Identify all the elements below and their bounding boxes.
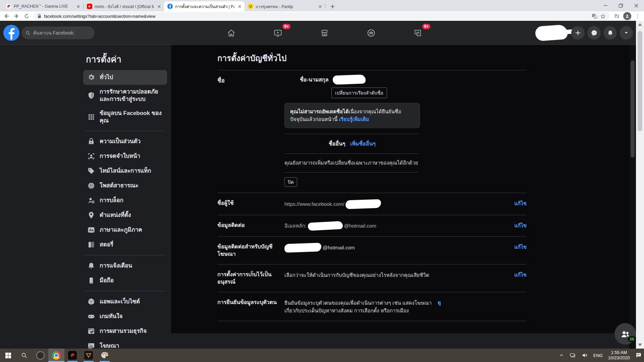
tab-pantip[interactable]: บางขุนพรหม - Pantip: [245, 1, 325, 11]
taskbar-gauge-app[interactable]: [32, 349, 48, 362]
reorder-name-button[interactable]: เปลี่ยนการเรียงลำดับชื่อ: [331, 87, 387, 98]
sidebar-item-label: การรักษาความปลอดภัยและการเข้าสู่ระบบ: [100, 88, 165, 103]
translate-icon[interactable]: [592, 13, 597, 19]
browser-profile-avatar[interactable]: [623, 12, 631, 20]
tab-close-icon[interactable]: [156, 4, 162, 9]
tab-close-icon[interactable]: [75, 4, 81, 9]
tab-facebook-settings[interactable]: การตั้งค่าและความเป็นส่วนตัว | Facebo: [164, 1, 245, 11]
sidebar-item-label: มือถือ: [100, 277, 114, 284]
sidebar-item-public-posts[interactable]: โพสต์สาธารณะ: [83, 178, 167, 193]
sidebar-item-face-recognition[interactable]: การจดจำใบหน้า: [83, 149, 167, 164]
edit-link[interactable]: แก้ไข: [514, 243, 527, 251]
speaker-icon[interactable]: [581, 352, 588, 358]
memorialization-description: เลือกว่าจะให้ดำเนินการกับบัญชีของคุณอย่า…: [284, 271, 510, 279]
edit-link[interactable]: แก้ไข: [514, 222, 527, 230]
tab-watch[interactable]: 9+: [255, 21, 301, 45]
redaction-scribble: [345, 199, 381, 209]
browser-toolbar: facebook.com/settings?tab=account&sectio…: [0, 11, 644, 21]
sidebar-item-mobile[interactable]: มือถือ: [83, 273, 167, 288]
scroll-down-arrow-icon[interactable]: [638, 344, 642, 346]
sidebar-item-instant-games[interactable]: เกมทันใจ: [83, 309, 167, 324]
account-chevron-icon[interactable]: [620, 26, 633, 40]
sidebar-item-apps-websites[interactable]: แอพและเว็บไซต์: [83, 294, 167, 309]
create-button[interactable]: [571, 26, 585, 40]
tab-close-icon[interactable]: [237, 4, 243, 9]
messenger-icon[interactable]: [587, 26, 601, 40]
redaction-scribble: [535, 24, 568, 42]
language-indicator[interactable]: ENG: [593, 353, 603, 358]
sidebar-item-label: โพสต์สาธารณะ: [100, 182, 139, 189]
view-link[interactable]: ดู: [438, 299, 441, 307]
page-scrollbar[interactable]: [629, 45, 636, 349]
email-domain: @hotmail.com: [323, 244, 355, 251]
facebook-search[interactable]: [21, 26, 95, 39]
browser-scrollbar[interactable]: [636, 21, 644, 349]
bookmark-star-icon[interactable]: [600, 13, 606, 19]
facebook-logo[interactable]: [3, 25, 19, 41]
row-label: การยืนยันข้อมูลระบุตัวตน: [217, 299, 284, 306]
page-scrollbar-thumb[interactable]: [631, 60, 635, 158]
start-button[interactable]: [0, 349, 16, 362]
learn-more-link[interactable]: เรียนรู้เพิ่มเติม: [339, 116, 369, 122]
reload-button[interactable]: [21, 12, 32, 20]
taskbar-chrome[interactable]: [48, 349, 64, 362]
sidebar-item-blocking[interactable]: การบล็อก: [83, 193, 167, 208]
url-text[interactable]: facebook.com/settings?tab=account&sectio…: [44, 14, 589, 19]
url-bar[interactable]: facebook.com/settings?tab=account&sectio…: [34, 12, 610, 20]
taskbar-clock[interactable]: 1:55 AM 10/23/2020: [608, 350, 630, 361]
name-update-notice: คุณไม่สามารถอัพเดตชื่อได้เนื่องจากคุณได้…: [284, 103, 420, 128]
add-other-names-link[interactable]: เพิ่มชื่ออื่นๆ: [350, 141, 376, 146]
sidebar-item-language-region[interactable]: Aa ภาษาและภูมิภาค: [83, 223, 167, 237]
minimize-button[interactable]: [598, 0, 613, 11]
taskbar-paint[interactable]: [97, 349, 113, 362]
close-window-button[interactable]: [629, 0, 644, 11]
sidebar-item-security[interactable]: การรักษาความปลอดภัยและการเข้าสู่ระบบ: [83, 85, 167, 106]
taskbar-search-button[interactable]: [16, 349, 32, 362]
sidebar-item-label: ภาษาและภูมิภาค: [100, 226, 142, 234]
restore-button[interactable]: [613, 0, 629, 11]
garena-app-icon: [68, 351, 77, 360]
tab-home[interactable]: [208, 21, 255, 45]
chat-contacts-button[interactable]: 36: [614, 323, 636, 345]
sidebar-item-notifications[interactable]: การแจ้งเตือน: [83, 258, 167, 273]
tab-groups[interactable]: [348, 21, 394, 45]
shield-icon: [87, 92, 95, 100]
scroll-up-arrow-icon[interactable]: [638, 23, 642, 26]
new-tab-button[interactable]: [328, 2, 337, 11]
tab-garena[interactable]: PP_RACHEN`" - Garena LIVE: [3, 1, 83, 11]
sidebar-item-location[interactable]: ตำแหน่งที่ตั้ง: [83, 208, 167, 223]
tab-close-icon[interactable]: [317, 4, 323, 9]
sidebar-item-business-integrations[interactable]: การผสานรวมธุรกิจ: [83, 324, 167, 339]
close-section-button[interactable]: ปิด: [284, 177, 297, 187]
sidebar-item-your-facebook-information[interactable]: ข้อมูลบน Facebook ของคุณ: [83, 106, 167, 128]
redaction-scribble: [284, 243, 322, 253]
back-button[interactable]: [1, 12, 11, 20]
action-center-icon[interactable]: [635, 352, 642, 359]
tab-youtube[interactable]: mints - ยังไงดี / should I [Official M: [84, 1, 164, 11]
network-icon[interactable]: [569, 352, 576, 358]
browser-scrollbar-thumb[interactable]: [638, 31, 642, 131]
sidebar-item-stories[interactable]: สตอรี่: [83, 237, 167, 252]
taskbar-shield-app[interactable]: [80, 349, 97, 362]
browser-menu-icon[interactable]: ⋮: [633, 12, 643, 20]
notifications-bell-icon[interactable]: [603, 26, 617, 40]
tray-chevron-icon[interactable]: [559, 353, 564, 358]
playlist-extension-icon[interactable]: [612, 12, 622, 20]
edit-link[interactable]: แก้ไข: [514, 271, 527, 279]
sidebar-item-general[interactable]: ทั่วไป: [83, 70, 167, 85]
search-input[interactable]: [33, 30, 87, 36]
forward-button[interactable]: [11, 12, 21, 20]
chat-count-badge: 36: [628, 336, 636, 342]
tab-gaming[interactable]: 9+: [394, 21, 441, 45]
edit-link[interactable]: แก้ไข: [514, 199, 527, 207]
garena-favicon: [6, 4, 11, 9]
sidebar-item-label: การจดจำใบหน้า: [100, 153, 140, 160]
section-divider: [284, 154, 419, 154]
settings-sidebar: การตั้งค่า ทั่วไป การรักษาความปลอดภัยและ…: [0, 45, 171, 349]
sidebar-item-timeline-tagging[interactable]: ไทม์ไลน์และการแท็ก: [83, 164, 167, 178]
identity-confirmation-row: การยืนยันข้อมูลระบุตัวตน ยืนยันข้อมูลระบ…: [217, 292, 527, 321]
taskbar-garena[interactable]: [64, 349, 80, 362]
sidebar-item-ads[interactable]: โฆษณา: [83, 339, 167, 349]
tab-marketplace[interactable]: [301, 21, 348, 45]
sidebar-item-privacy[interactable]: ความเป็นส่วนตัว: [83, 134, 167, 149]
